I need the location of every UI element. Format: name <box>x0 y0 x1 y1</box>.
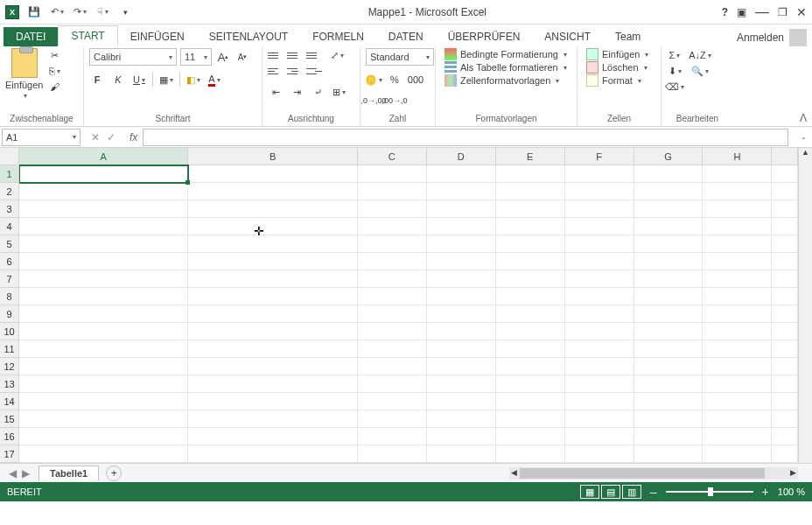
cell[interactable] <box>703 445 772 463</box>
cell[interactable] <box>496 165 565 183</box>
italic-button[interactable]: K <box>110 73 126 87</box>
row-header[interactable]: 17 <box>0 445 18 463</box>
row-header[interactable]: 9 <box>0 305 18 323</box>
cell[interactable] <box>565 270 634 288</box>
cell[interactable] <box>565 410 634 428</box>
cell[interactable] <box>19 200 188 218</box>
cell[interactable] <box>427 358 496 375</box>
collapse-ribbon-icon[interactable]: ᐱ <box>800 112 807 124</box>
cell[interactable] <box>19 235 188 253</box>
column-header[interactable]: A <box>19 148 188 165</box>
cell[interactable] <box>703 218 772 235</box>
cell[interactable] <box>427 165 496 183</box>
cell[interactable] <box>19 165 188 183</box>
row-header[interactable]: 4 <box>0 218 18 235</box>
tab-einfuegen[interactable]: EINFÜGEN <box>118 27 197 46</box>
align-top-icon[interactable] <box>268 48 284 62</box>
add-sheet-button[interactable]: + <box>106 466 122 481</box>
cell[interactable] <box>19 445 188 463</box>
cell[interactable] <box>634 410 704 428</box>
underline-button[interactable]: U▾ <box>131 73 147 87</box>
horizontal-scrollbar[interactable]: ◀▶ <box>509 467 798 480</box>
cell[interactable] <box>496 270 565 288</box>
cell[interactable] <box>496 358 565 375</box>
delete-cells-button[interactable]: Löschen▾ <box>583 61 652 74</box>
cell[interactable] <box>188 340 357 358</box>
cell[interactable] <box>358 393 427 410</box>
tab-datei[interactable]: DATEI <box>4 27 58 46</box>
row-header[interactable]: 6 <box>0 253 18 270</box>
cell[interactable] <box>634 340 704 358</box>
cell[interactable] <box>634 270 704 288</box>
column-header[interactable]: E <box>496 148 565 165</box>
cell[interactable] <box>634 183 704 200</box>
column-header[interactable]: F <box>565 148 634 165</box>
tab-seitenlayout[interactable]: SEITENLAYOUT <box>197 27 300 46</box>
format-painter-icon[interactable]: 🖌 <box>46 80 62 94</box>
select-all-corner[interactable] <box>0 148 18 165</box>
decrease-decimal-icon[interactable]: ,00→,0 <box>387 94 402 108</box>
cell[interactable] <box>565 235 634 253</box>
save-icon[interactable]: 💾 <box>26 5 42 19</box>
cell[interactable] <box>427 183 496 200</box>
cell[interactable] <box>496 323 565 340</box>
cell[interactable] <box>19 218 188 235</box>
tab-ansicht[interactable]: ANSICHT <box>532 27 603 46</box>
cell[interactable] <box>427 428 496 445</box>
zoom-level[interactable]: 100 % <box>778 486 805 497</box>
cell[interactable] <box>19 305 188 323</box>
undo-icon[interactable]: ↶▾ <box>49 5 65 19</box>
cell[interactable] <box>19 340 188 358</box>
cell[interactable] <box>19 323 188 340</box>
cell[interactable] <box>188 358 357 375</box>
increase-indent-icon[interactable]: ⇥ <box>289 85 304 99</box>
name-box[interactable]: A1▾ <box>2 129 80 146</box>
cell[interactable] <box>703 393 772 410</box>
row-header[interactable]: 14 <box>0 393 18 410</box>
cell[interactable] <box>188 288 357 305</box>
row-header[interactable]: 11 <box>0 340 18 358</box>
cell[interactable] <box>358 410 427 428</box>
tab-start[interactable]: START <box>58 25 117 46</box>
cell[interactable] <box>565 323 634 340</box>
row-header[interactable]: 2 <box>0 183 18 200</box>
insert-cells-button[interactable]: Einfügen▾ <box>583 48 652 60</box>
cell[interactable] <box>188 393 357 410</box>
cell[interactable] <box>634 165 704 183</box>
cell[interactable] <box>358 340 427 358</box>
row-header[interactable]: 5 <box>0 235 18 253</box>
redo-icon[interactable]: ↷▾ <box>72 5 88 19</box>
font-color-button[interactable]: A▾ <box>206 73 222 87</box>
row-header[interactable]: 12 <box>0 358 18 375</box>
cell[interactable] <box>703 253 772 270</box>
cell[interactable] <box>358 288 427 305</box>
bold-button[interactable]: F <box>89 73 105 87</box>
cell[interactable] <box>496 445 565 463</box>
cell[interactable] <box>565 183 634 200</box>
ribbon-options-icon[interactable]: ▣ <box>737 6 746 18</box>
zoom-out-button[interactable]: – <box>650 485 657 499</box>
cell[interactable] <box>427 323 496 340</box>
cell[interactable] <box>496 410 565 428</box>
cell[interactable] <box>496 340 565 358</box>
font-size-select[interactable]: 11▾ <box>180 48 212 66</box>
help-icon[interactable]: ? <box>722 6 728 18</box>
fill-color-button[interactable]: ◧▾ <box>186 73 201 87</box>
cell[interactable] <box>19 183 188 200</box>
cell[interactable] <box>634 393 704 410</box>
zoom-slider[interactable] <box>666 491 753 493</box>
cell[interactable] <box>634 218 704 235</box>
cell[interactable] <box>427 288 496 305</box>
cell[interactable] <box>565 375 634 393</box>
enter-formula-icon[interactable]: ✓ <box>107 131 116 144</box>
cell[interactable] <box>772 358 798 375</box>
view-normal-button[interactable]: ▦ <box>580 485 599 499</box>
cell[interactable] <box>772 183 798 200</box>
cell[interactable] <box>358 375 427 393</box>
cell[interactable] <box>634 288 704 305</box>
cell[interactable] <box>634 358 704 375</box>
conditional-formatting-button[interactable]: Bedingte Formatierung▾ <box>441 48 570 60</box>
cell[interactable] <box>358 445 427 463</box>
cell[interactable] <box>358 270 427 288</box>
cell[interactable] <box>772 445 798 463</box>
